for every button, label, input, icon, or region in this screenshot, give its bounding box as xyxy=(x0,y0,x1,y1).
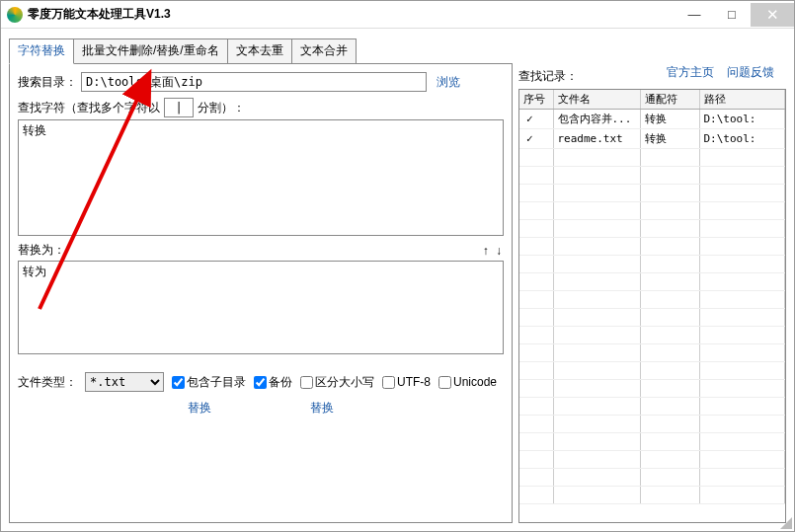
table-row[interactable]: readme.txt 转换 D:\tool: xyxy=(519,129,785,149)
table-row xyxy=(519,469,785,487)
search-dir-input[interactable] xyxy=(81,72,427,92)
table-row xyxy=(519,327,785,344)
filetype-label: 文件类型： xyxy=(18,374,77,391)
tab-merge[interactable]: 文本合并 xyxy=(291,38,357,64)
checkbox-subdir[interactable]: 包含子目录 xyxy=(172,374,246,391)
row-check-icon xyxy=(519,110,553,129)
table-row xyxy=(519,185,785,202)
col-wildcard[interactable]: 通配符 xyxy=(640,90,699,110)
minimize-button[interactable]: — xyxy=(676,3,713,27)
titlebar: 零度万能文本处理工具V1.3 — □ ✕ xyxy=(1,1,794,29)
swap-arrows-icon[interactable]: ↑ ↓ xyxy=(483,244,504,258)
table-row xyxy=(519,291,785,309)
app-title: 零度万能文本处理工具V1.3 xyxy=(28,6,676,23)
table-row xyxy=(519,451,785,469)
table-row xyxy=(519,344,785,362)
table-row xyxy=(519,433,785,451)
table-row xyxy=(519,362,785,380)
feedback-link[interactable]: 问题反馈 xyxy=(727,65,774,79)
replace-action-1[interactable]: 替换 xyxy=(188,400,211,417)
app-icon xyxy=(7,7,23,23)
checkbox-case-input[interactable] xyxy=(300,376,313,389)
tab-batch-file[interactable]: 批量文件删除/替换/重命名 xyxy=(73,38,228,64)
table-row xyxy=(519,398,785,416)
maximize-button[interactable]: □ xyxy=(713,3,751,27)
tab-body: 搜索目录： 浏览 查找字符（查找多个字符以 分割）： 替换为： ↑ ↓ 文件类型… xyxy=(9,63,513,523)
row-check-icon xyxy=(519,129,553,149)
find-separator-input[interactable] xyxy=(164,98,194,117)
filetype-select[interactable]: *.txt xyxy=(85,372,164,392)
table-row xyxy=(519,309,785,327)
resize-grip[interactable] xyxy=(778,515,792,529)
tab-strip: 字符替换 批量文件删除/替换/重命名 文本去重 文本合并 xyxy=(9,38,513,64)
table-row xyxy=(519,487,785,504)
table-row xyxy=(519,202,785,220)
table-row xyxy=(519,380,785,398)
find-textarea[interactable] xyxy=(18,119,504,236)
checkbox-backup-input[interactable] xyxy=(254,376,267,389)
find-char-label-pre: 查找字符（查找多个字符以 xyxy=(18,100,160,116)
table-row xyxy=(519,220,785,238)
col-path[interactable]: 路径 xyxy=(699,90,785,110)
tab-char-replace[interactable]: 字符替换 xyxy=(9,38,74,64)
result-grid[interactable]: 序号 文件名 通配符 路径 包含内容并... 转换 D:\tool: xyxy=(518,89,786,523)
tab-dedup[interactable]: 文本去重 xyxy=(227,38,292,64)
col-index[interactable]: 序号 xyxy=(519,90,553,110)
table-row xyxy=(519,167,785,185)
table-row xyxy=(519,149,785,167)
checkbox-subdir-input[interactable] xyxy=(172,376,185,389)
browse-button[interactable]: 浏览 xyxy=(437,74,460,91)
search-dir-label: 搜索目录： xyxy=(18,74,77,91)
table-row xyxy=(519,273,785,291)
table-row xyxy=(519,416,785,433)
checkbox-case[interactable]: 区分大小写 xyxy=(300,374,374,391)
replace-label: 替换为： xyxy=(18,242,65,259)
table-row xyxy=(519,238,785,256)
cell-file: readme.txt xyxy=(553,129,640,149)
replace-textarea[interactable] xyxy=(18,261,504,354)
close-button[interactable]: ✕ xyxy=(751,3,794,27)
official-home-link[interactable]: 官方主页 xyxy=(667,65,714,79)
checkbox-backup[interactable]: 备份 xyxy=(254,374,292,391)
checkbox-utf8[interactable]: UTF-8 xyxy=(382,375,431,389)
cell-path: D:\tool: xyxy=(699,129,785,149)
checkbox-unicode-input[interactable] xyxy=(438,376,451,389)
checkbox-unicode[interactable]: Unicode xyxy=(438,375,497,389)
checkbox-utf8-input[interactable] xyxy=(382,376,395,389)
cell-wc: 转换 xyxy=(640,110,699,129)
find-char-label-post: 分割）： xyxy=(198,100,245,116)
table-row xyxy=(519,256,785,273)
table-row[interactable]: 包含内容并... 转换 D:\tool: xyxy=(519,110,785,129)
col-filename[interactable]: 文件名 xyxy=(553,90,640,110)
replace-action-2[interactable]: 替换 xyxy=(310,400,334,417)
cell-path: D:\tool: xyxy=(699,110,785,129)
header-links: 官方主页 问题反馈 xyxy=(657,64,774,81)
cell-file: 包含内容并... xyxy=(553,110,640,129)
cell-wc: 转换 xyxy=(640,129,699,149)
